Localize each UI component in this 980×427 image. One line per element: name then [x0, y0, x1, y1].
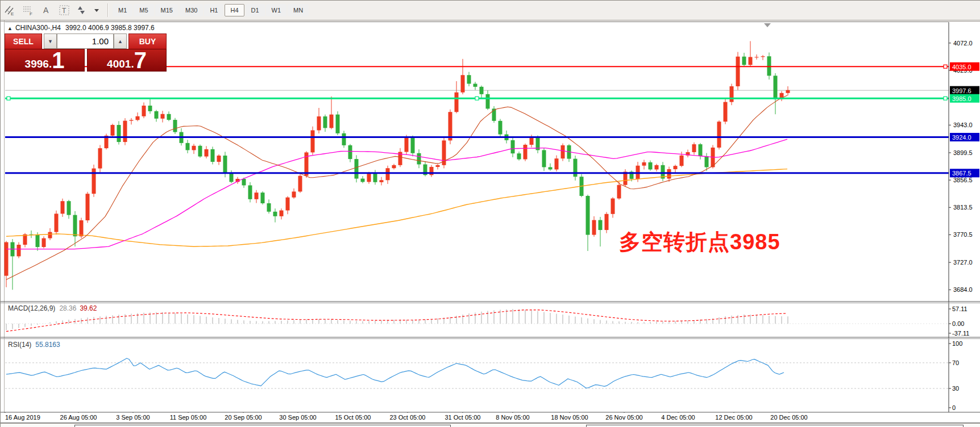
- candle-down: [411, 137, 415, 153]
- price-tick-label: 3813.5: [953, 204, 973, 211]
- candle-down: [198, 146, 202, 157]
- candle-up: [317, 116, 321, 130]
- candle-down: [586, 196, 590, 235]
- candle-up: [717, 122, 721, 148]
- candle-down: [474, 83, 477, 86]
- date-tick-label: 8 Nov 05:00: [496, 414, 529, 421]
- candle-up: [367, 174, 371, 182]
- candle-up: [123, 121, 127, 142]
- bid-price-button[interactable]: 3996.1: [5, 49, 85, 72]
- line-selection-handle[interactable]: [475, 97, 479, 100]
- candle-up: [161, 114, 165, 119]
- time-axis[interactable]: 16 Aug 201926 Aug 05:003 Sep 05:0011 Sep…: [1, 413, 980, 422]
- chart-title: ▲CHINA300-,H43992.0 4006.9 3985.8 3997.6: [7, 24, 155, 32]
- price-tick-label: 3856.5: [953, 177, 973, 183]
- candle-up: [292, 191, 296, 197]
- candle-up: [130, 120, 134, 120]
- ask-main-digits: 4001: [107, 58, 131, 69]
- price-tick-label: 4072.0: [953, 40, 973, 47]
- candle-up: [86, 194, 90, 220]
- candle-down: [242, 179, 246, 185]
- rsi-value: 55.8163: [35, 341, 60, 349]
- date-tick-label: 20 Sep 05:00: [225, 414, 261, 421]
- date-tick-label: 16 Aug 2019: [5, 414, 40, 421]
- candle-down: [36, 235, 40, 248]
- candle-up: [692, 144, 696, 152]
- volume-input[interactable]: [57, 34, 114, 49]
- date-tick-label: 31 Oct 05:00: [445, 414, 481, 421]
- candle-up: [392, 165, 396, 168]
- buy-button[interactable]: BUY: [128, 34, 167, 49]
- line-selection-handle[interactable]: [944, 97, 947, 100]
- line-selection-handle[interactable]: [7, 97, 10, 100]
- date-tick-label: 30 Sep 05:00: [279, 414, 316, 421]
- candle-down: [230, 174, 234, 182]
- candle-down: [186, 143, 190, 150]
- rsi-name: RSI(14): [8, 341, 31, 349]
- candle-up: [111, 125, 115, 136]
- candle-down: [499, 121, 503, 135]
- volume-decrease-button[interactable]: ▼: [44, 34, 57, 49]
- candle-down: [774, 76, 778, 99]
- macd-signal-value: 39.62: [80, 304, 97, 312]
- symbol-label: CHINA300-,H4: [15, 24, 61, 32]
- candle-down: [67, 201, 71, 215]
- ohlc-values: 3992.0 4006.9 3985.8 3997.6: [65, 24, 155, 32]
- ask-pip-digit: 7: [134, 52, 147, 69]
- candle-down: [73, 215, 77, 237]
- candle-down: [267, 203, 271, 212]
- candle-up: [455, 93, 459, 112]
- line-selection-handle[interactable]: [944, 65, 947, 68]
- sell-button[interactable]: SELL: [5, 34, 42, 49]
- collapse-arrow-icon[interactable]: ▲: [7, 26, 13, 31]
- price-label-box-text: 3997.6: [952, 87, 971, 94]
- candle-up: [786, 90, 790, 93]
- price-tick-label: 3727.0: [953, 259, 973, 266]
- candle-up: [380, 180, 384, 182]
- candle-up: [674, 166, 678, 169]
- candle-down: [705, 156, 709, 167]
- candle-up: [98, 148, 102, 169]
- volume-increase-button[interactable]: ▲: [114, 34, 127, 49]
- date-tick-label: 26 Nov 05:00: [605, 414, 642, 421]
- candle-up: [555, 158, 559, 169]
- candle-up: [736, 57, 740, 86]
- candle-up: [311, 130, 315, 152]
- candle-up: [461, 75, 465, 92]
- candle-down: [417, 153, 421, 165]
- bottom-tab[interactable]: [74, 425, 451, 427]
- bottom-tab[interactable]: [586, 425, 964, 427]
- price-label-box-text: 4035.0: [952, 64, 971, 70]
- ask-price-button[interactable]: 4001.7: [87, 49, 167, 72]
- candle-up: [761, 56, 765, 57]
- trading-platform-window: E F A T: [0, 0, 980, 427]
- candle-up: [617, 185, 621, 199]
- candle-up: [217, 156, 221, 162]
- date-tick-label: 15 Oct 05:00: [335, 414, 371, 421]
- candle-up: [205, 149, 209, 157]
- candle-up: [592, 220, 596, 235]
- candle-up: [724, 102, 728, 122]
- date-tick-label: 3 Sep 05:00: [116, 414, 150, 421]
- candle-up: [136, 116, 140, 120]
- candle-up: [386, 168, 390, 180]
- candle-down: [517, 153, 521, 159]
- date-tick-label: 18 Nov 05:00: [551, 414, 588, 421]
- candle-up: [17, 245, 21, 256]
- price-tick-label: 3684.0: [953, 286, 973, 293]
- rsi-label: RSI(14)55.8163: [8, 341, 60, 349]
- candle-up: [642, 162, 646, 166]
- candle-up: [80, 220, 84, 236]
- date-tick-label: 23 Oct 05:00: [390, 414, 426, 421]
- macd-scale-label: 57.11: [952, 305, 967, 312]
- macd-name: MACD(12,26,9): [8, 304, 55, 312]
- candle-down: [223, 156, 227, 174]
- chart-shift-marker-icon: [764, 23, 771, 27]
- price-label-box-text: 3985.0: [952, 95, 971, 102]
- candle-up: [530, 138, 534, 145]
- chart-text-annotation[interactable]: 多空转折点3985: [619, 228, 780, 257]
- candle-up: [330, 115, 334, 128]
- candle-down: [155, 111, 159, 119]
- price-tick-label: 3899.5: [953, 149, 973, 156]
- candle-down: [542, 150, 546, 167]
